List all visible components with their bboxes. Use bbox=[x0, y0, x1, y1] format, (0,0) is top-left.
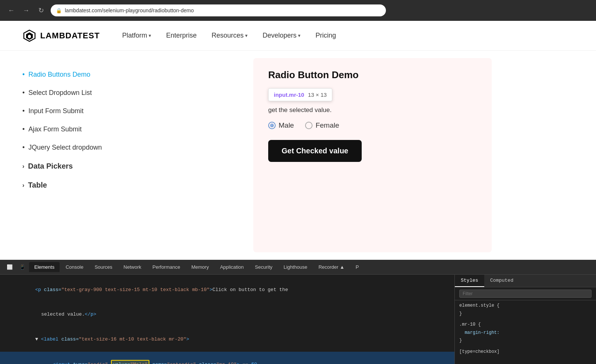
site-header: LAMBDATEST Platform ▾ Enterprise Resourc… bbox=[0, 21, 596, 51]
tab-recorder[interactable]: Recorder ▲ bbox=[313, 262, 350, 272]
main-content: Radio Buttons Demo Select Dropdown List … bbox=[0, 51, 596, 260]
nav-enterprise[interactable]: Enterprise bbox=[166, 32, 197, 39]
code-line-1b: selected value.</p> bbox=[0, 302, 454, 327]
arrow-icon-table: › bbox=[22, 182, 24, 189]
radio-male-label[interactable]: Male bbox=[268, 121, 294, 130]
lock-icon: 🔒 bbox=[56, 8, 62, 13]
nav-developers[interactable]: Developers ▾ bbox=[263, 32, 301, 39]
forward-button[interactable]: → bbox=[21, 5, 31, 16]
devtools-styles-panel: Styles Computed element.style { } .mr-10… bbox=[454, 275, 596, 364]
list-item-jquery-select[interactable]: JQuery Select dropdown bbox=[22, 138, 224, 157]
logo[interactable]: LAMBDATEST bbox=[22, 29, 100, 43]
section-label-table: Table bbox=[28, 181, 47, 189]
refresh-button[interactable]: ↻ bbox=[36, 5, 46, 16]
styles-tabbar: Styles Computed bbox=[455, 275, 596, 287]
developers-chevron: ▾ bbox=[298, 33, 301, 38]
code-line-2: ▼ <label class="text-size-16 mt-10 text-… bbox=[0, 327, 454, 352]
nav-pricing[interactable]: Pricing bbox=[316, 32, 336, 39]
tab-console[interactable]: Console bbox=[60, 262, 89, 272]
list-item-select-dropdown[interactable]: Select Dropdown List bbox=[22, 84, 224, 102]
devtools-tabbar: ⬜ 📱 Elements Console Sources Network Per… bbox=[0, 260, 596, 275]
styles-filter-area bbox=[455, 287, 596, 300]
platform-chevron: ▾ bbox=[149, 33, 151, 38]
radio-female-label[interactable]: Female bbox=[305, 121, 339, 130]
demo-title: Radio Button Demo bbox=[268, 69, 477, 81]
styles-rule-2: .mr-10 { margin-right: } bbox=[455, 319, 596, 347]
styles-tab-computed[interactable]: Computed bbox=[484, 275, 519, 287]
logo-icon bbox=[22, 29, 37, 43]
radio-male-text: Male bbox=[279, 121, 294, 130]
radio-female-text: Female bbox=[316, 121, 339, 130]
list-item-input-form[interactable]: Input Form Submit bbox=[22, 102, 224, 120]
tab-lighthouse[interactable]: Lighthouse bbox=[278, 262, 313, 272]
devtools-body: <p class="text-gray-900 text-size-15 mt-… bbox=[0, 275, 596, 364]
styles-filter-input[interactable] bbox=[459, 290, 592, 298]
devtools-code-panel: <p class="text-gray-900 text-size-15 mt-… bbox=[0, 275, 454, 364]
tab-sources[interactable]: Sources bbox=[89, 262, 118, 272]
styles-rule-1: element.style { } bbox=[455, 300, 596, 319]
sidebar-list: Radio Buttons Demo Select Dropdown List … bbox=[0, 58, 246, 252]
address-bar[interactable]: 🔒 lambdatest.com/selenium-playground/rad… bbox=[51, 4, 386, 16]
radio-male-input[interactable] bbox=[268, 122, 276, 129]
section-data-pickers[interactable]: › Data Pickers bbox=[22, 157, 224, 176]
styles-tab-styles[interactable]: Styles bbox=[455, 275, 484, 287]
arrow-icon: › bbox=[22, 163, 24, 170]
tab-performance[interactable]: Performance bbox=[147, 262, 185, 272]
resources-chevron: ▾ bbox=[245, 33, 248, 38]
mobile-icon[interactable]: 📱 bbox=[16, 262, 28, 272]
tab-memory[interactable]: Memory bbox=[186, 262, 214, 272]
tooltip-dimensions: 13 × 13 bbox=[308, 92, 327, 98]
get-checked-button[interactable]: Get Checked value bbox=[268, 140, 362, 162]
radio-group: Male Female bbox=[268, 121, 477, 130]
section-table[interactable]: › Table bbox=[22, 176, 224, 195]
demo-panel: Radio Button Demo input.mr-10 13 × 13 ge… bbox=[253, 58, 492, 252]
radio-female-input[interactable] bbox=[305, 122, 313, 129]
code-line-3: <input type="radio" value="Male" name="o… bbox=[0, 352, 454, 364]
inspector-icon[interactable]: ⬜ bbox=[4, 262, 16, 272]
element-tooltip: input.mr-10 13 × 13 bbox=[268, 88, 332, 101]
nav-resources[interactable]: Resources ▾ bbox=[212, 32, 248, 39]
tab-p[interactable]: P bbox=[351, 262, 364, 272]
back-button[interactable]: ← bbox=[6, 5, 16, 16]
site-nav: Platform ▾ Enterprise Resources ▾ Develo… bbox=[122, 32, 574, 39]
devtools-panel: ⬜ 📱 Elements Console Sources Network Per… bbox=[0, 260, 596, 364]
demo-description: get the selected value. bbox=[268, 106, 477, 114]
nav-platform[interactable]: Platform ▾ bbox=[122, 32, 151, 39]
logo-text: LAMBDATEST bbox=[40, 31, 100, 41]
tab-elements[interactable]: Elements bbox=[29, 262, 60, 272]
list-item-ajax-form[interactable]: Ajax Form Submit bbox=[22, 120, 224, 138]
list-item-radio-buttons[interactable]: Radio Buttons Demo bbox=[22, 66, 224, 84]
section-label: Data Pickers bbox=[28, 162, 73, 170]
tab-security[interactable]: Security bbox=[250, 262, 278, 272]
tab-application[interactable]: Application bbox=[215, 262, 249, 272]
browser-chrome: ← → ↻ 🔒 lambdatest.com/selenium-playgrou… bbox=[0, 0, 596, 21]
url-text: lambdatest.com/selenium-playground/radio… bbox=[65, 7, 194, 13]
tab-network[interactable]: Network bbox=[118, 262, 147, 272]
tooltip-class: input.mr-10 bbox=[274, 92, 304, 98]
styles-rule-3: [type=checkbox] bbox=[455, 347, 596, 358]
code-line-1: <p class="text-gray-900 text-size-15 mt-… bbox=[0, 278, 454, 302]
